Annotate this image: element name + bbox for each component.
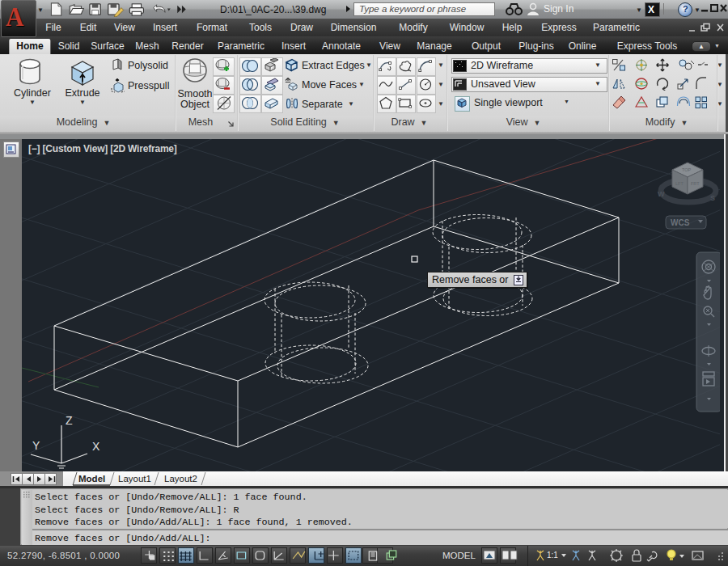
svg-text:S: S: [710, 194, 715, 202]
svg-text:LFT: LFT: [675, 181, 684, 186]
svg-text:Y: Y: [32, 439, 40, 452]
svg-text:W: W: [658, 190, 665, 198]
svg-text:Z: Z: [66, 414, 73, 427]
svg-text:1:1: 1:1: [547, 551, 558, 560]
svg-text:X: X: [92, 440, 100, 453]
svg-text:FRT: FRT: [691, 181, 700, 186]
svg-text:WCS: WCS: [671, 218, 690, 227]
svg-text:TOP: TOP: [682, 167, 692, 172]
